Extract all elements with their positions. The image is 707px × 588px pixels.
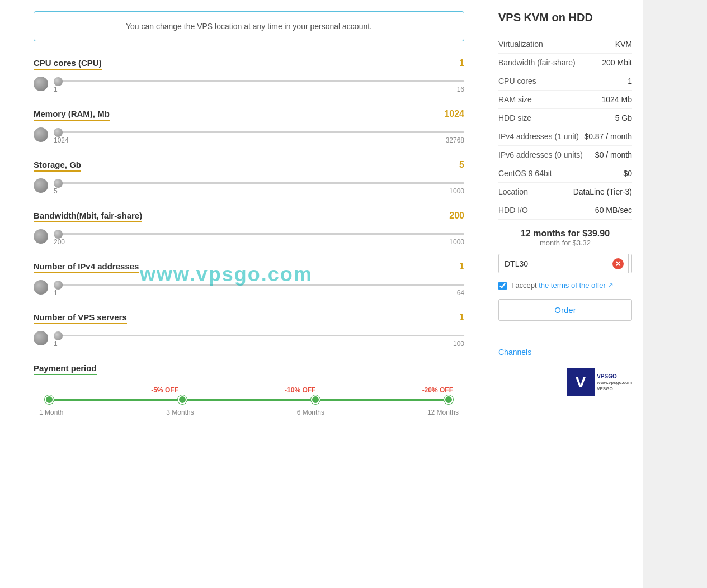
- price-monthly: month for $3.32: [498, 239, 632, 247]
- payment-dot-6[interactable]: [311, 395, 320, 404]
- month-1: 1 Month: [39, 409, 63, 416]
- channels-section: Channels: [498, 338, 632, 357]
- storage-slider-icon: [34, 178, 48, 193]
- coupon-row: ✕ Apply: [498, 254, 632, 273]
- ram-label: Memory (RAM), Mb: [34, 109, 110, 121]
- logo-area: V VPSGO www.vpsgo.com VPSGO: [498, 368, 632, 396]
- order-button[interactable]: Order: [498, 299, 632, 321]
- ipv4-value: 1: [459, 262, 464, 272]
- spec-ipv6: IPv6 addresses (0 units) $0 / month: [498, 146, 632, 164]
- payment-dot-1[interactable]: [45, 395, 54, 404]
- sidebar: VPS KVM on HDD Virtualization KVM Bandwi…: [487, 0, 643, 588]
- terms-link[interactable]: the terms of the offer ↗: [539, 281, 614, 290]
- price-section: 12 months for $39.90 month for $3.32: [498, 229, 632, 247]
- payment-label: Payment period: [34, 363, 97, 375]
- storage-slider[interactable]: [54, 182, 464, 184]
- location-notice: You can change the VPS location at any t…: [34, 11, 464, 41]
- logo-v-icon: V: [567, 368, 595, 396]
- bandwidth-slider-section: Bandwidth(Mbit, fair-share) 200 200 1000: [34, 211, 464, 246]
- channels-link[interactable]: Channels: [498, 348, 531, 357]
- payment-dot-12[interactable]: [444, 395, 453, 404]
- spec-bandwidth: Bandwidth (fair-share) 200 Mbit: [498, 54, 632, 72]
- month-12: 12 Months: [427, 409, 459, 416]
- logo-text: VPSGO www.vpsgo.com VPSGO: [597, 373, 632, 392]
- vps-count-value: 1: [459, 312, 464, 323]
- spec-os: CentOS 9 64bit $0: [498, 164, 632, 183]
- discount-20: -20% OFF: [422, 386, 453, 394]
- vps-count-label: Number of VPS servers: [34, 312, 127, 324]
- month-6: 6 Months: [297, 409, 324, 416]
- spec-ipv4: IPv4 addresses (1 unit) $0.87 / month: [498, 127, 632, 146]
- storage-slider-section: Storage, Gb 5 5 1000: [34, 160, 464, 195]
- payment-dot-3[interactable]: [178, 395, 187, 404]
- cpu-slider[interactable]: [54, 80, 464, 82]
- coupon-clear-button[interactable]: ✕: [608, 255, 628, 273]
- vps-count-slider-section: Number of VPS servers 1 1 100: [34, 312, 464, 348]
- terms-text: I accept the terms of the offer ↗: [511, 281, 614, 290]
- ipv4-slider-section: Number of IPv4 addresses 1 1 64: [34, 262, 464, 297]
- payment-section: Payment period -5% OFF -10% OFF -20% OFF: [34, 363, 464, 416]
- discount-5: -5% OFF: [151, 386, 178, 394]
- spec-location: Location DataLine (Tier-3): [498, 183, 632, 201]
- payment-slider-wrap: 1 Month 3 Months 6 Months 12 Months: [34, 399, 464, 416]
- cpu-value: 1: [459, 58, 464, 68]
- vps-count-slider-icon: [34, 331, 48, 345]
- month-3: 3 Months: [166, 409, 194, 416]
- price-annual: 12 months for $39.90: [498, 229, 632, 239]
- spec-hdd: HDD size 5 Gb: [498, 109, 632, 127]
- payment-discounts: -5% OFF -10% OFF -20% OFF: [34, 386, 464, 394]
- ram-slider[interactable]: [54, 131, 464, 133]
- bandwidth-slider[interactable]: [54, 233, 464, 235]
- storage-label: Storage, Gb: [34, 160, 81, 172]
- ipv4-slider[interactable]: [54, 284, 464, 286]
- sidebar-title: VPS KVM on HDD: [498, 11, 632, 24]
- bandwidth-value: 200: [449, 211, 464, 221]
- terms-checkbox[interactable]: [498, 282, 507, 290]
- spec-cpu: CPU cores 1: [498, 72, 632, 91]
- storage-value: 5: [459, 160, 464, 170]
- terms-row: I accept the terms of the offer ↗: [498, 281, 632, 290]
- spec-hdd-io: HDD I/O 60 MB/sec: [498, 201, 632, 220]
- close-icon: ✕: [612, 258, 624, 269]
- cpu-slider-section: CPU cores (CPU) 1 1 16: [34, 58, 464, 93]
- apply-button[interactable]: Apply: [628, 254, 632, 273]
- coupon-input[interactable]: [499, 255, 608, 273]
- spec-ram: RAM size 1024 Mb: [498, 91, 632, 109]
- cpu-label: CPU cores (CPU): [34, 58, 102, 70]
- cpu-slider-icon: [34, 77, 48, 91]
- bandwidth-slider-icon: [34, 229, 48, 244]
- bandwidth-label: Bandwidth(Mbit, fair-share): [34, 211, 142, 222]
- ram-slider-section: Memory (RAM), Mb 1024 1024 32768: [34, 109, 464, 144]
- spec-virtualization: Virtualization KVM: [498, 35, 632, 54]
- specs-list: Virtualization KVM Bandwidth (fair-share…: [498, 35, 632, 220]
- discount-10: -10% OFF: [285, 386, 315, 394]
- vps-count-slider[interactable]: [54, 335, 464, 336]
- ram-value: 1024: [444, 109, 464, 119]
- ipv4-label: Number of IPv4 addresses: [34, 262, 139, 273]
- ipv4-slider-icon: [34, 280, 48, 295]
- ram-slider-icon: [34, 127, 48, 142]
